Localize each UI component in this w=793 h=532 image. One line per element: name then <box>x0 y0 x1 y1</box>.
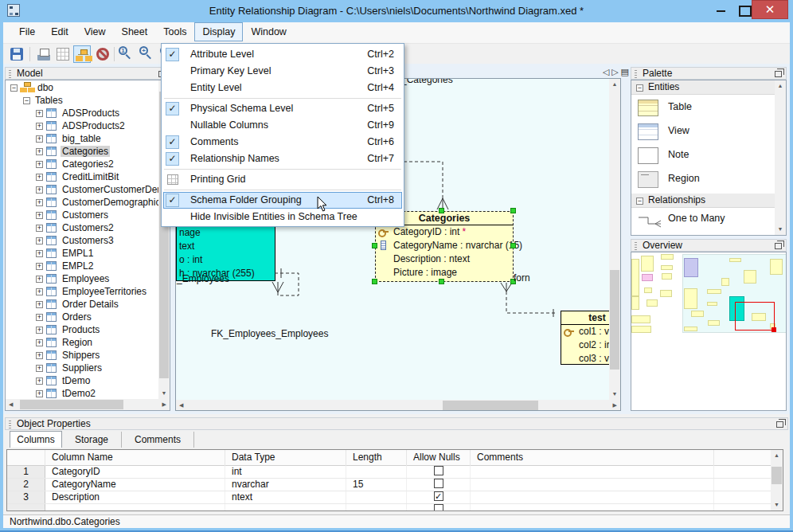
menu-item-physical-schema-level[interactable]: ✓Physical Schema LevelCtrl+5 <box>163 100 402 117</box>
minimize-button[interactable] <box>713 2 729 18</box>
canvas-vertical-scrollbar[interactable]: ▲ ▼ <box>609 79 620 400</box>
allow-nulls-checkbox[interactable] <box>434 504 443 511</box>
tree-item-region[interactable]: +Region <box>6 335 170 348</box>
palette-item-region[interactable]: Region <box>631 170 786 194</box>
menu-item-attribute-level[interactable]: ✓Attribute LevelCtrl+2 <box>163 46 402 63</box>
tree-item-tdemo2[interactable]: +tDemo2 <box>6 386 170 399</box>
scroll-right-icon[interactable]: ▶ <box>613 400 617 411</box>
tab-storage[interactable]: Storage <box>62 432 122 448</box>
expander-plus-icon[interactable]: + <box>36 276 43 283</box>
selection-handle[interactable] <box>439 279 444 284</box>
prev-sheet-icon[interactable]: ◁ <box>603 67 609 76</box>
menu-view[interactable]: View <box>76 22 114 41</box>
tree-item-customers2[interactable]: +Customers2 <box>6 221 170 233</box>
row-number[interactable]: 3 <box>7 491 45 503</box>
scroll-up-icon[interactable]: ▲ <box>771 451 783 460</box>
menu-sheet[interactable]: Sheet <box>114 22 156 41</box>
expander-plus-icon[interactable]: + <box>36 365 43 372</box>
scroll-left-icon[interactable]: ◀ <box>179 400 183 411</box>
expander-plus-icon[interactable]: + <box>36 135 43 143</box>
scrollbar-thumb[interactable] <box>20 400 123 409</box>
canvas-horizontal-scrollbar[interactable]: ◀ ▶ <box>176 400 620 411</box>
expander-plus-icon[interactable]: + <box>36 123 43 130</box>
tree-item-dbo[interactable]: −dbo <box>6 80 170 93</box>
tree-item-tables[interactable]: −Tables <box>6 93 170 106</box>
menu-window[interactable]: Window <box>243 22 294 41</box>
row-number[interactable]: 2 <box>7 479 45 491</box>
tab-columns[interactable]: Columns <box>10 431 62 448</box>
menu-display[interactable]: Display <box>194 22 243 41</box>
zoom-actual-button[interactable]: 1 <box>118 45 135 63</box>
scroll-left-icon[interactable]: ◀ <box>9 399 13 410</box>
cell-data-type[interactable]: int <box>225 466 346 478</box>
cell-comments[interactable] <box>471 479 714 491</box>
tree-item-employeeterritories[interactable]: +EmployeeTerritories <box>6 284 170 297</box>
block-button[interactable] <box>94 45 111 63</box>
collapse-icon[interactable]: − <box>636 84 643 92</box>
row-number[interactable] <box>7 504 45 511</box>
cell-allow-nulls[interactable] <box>407 466 471 478</box>
cell-column-name[interactable]: CategoryName <box>45 479 225 491</box>
tree-item-customers3[interactable]: +Customers3 <box>6 233 170 246</box>
expander-plus-icon[interactable]: + <box>36 199 43 206</box>
cell-comments[interactable] <box>471 491 714 503</box>
maximize-button[interactable] <box>736 2 752 18</box>
grid-button[interactable] <box>54 45 72 63</box>
selection-handle[interactable] <box>439 208 444 213</box>
tree-item-order-details[interactable]: +Order Details <box>6 297 170 310</box>
schema-level-button[interactable] <box>73 45 91 63</box>
menu-item-primary-key-level[interactable]: Primary Key LevelCtrl+3 <box>163 63 402 80</box>
expander-plus-icon[interactable]: + <box>36 250 43 257</box>
tab-comments[interactable]: Comments <box>122 432 194 448</box>
expander-plus-icon[interactable]: + <box>36 301 43 308</box>
palette-section-entities[interactable]: −Entities <box>631 80 786 95</box>
tree-item-adsproducts[interactable]: +ADSProducts <box>6 106 170 119</box>
expander-plus-icon[interactable]: + <box>36 148 43 155</box>
expander-plus-icon[interactable]: + <box>36 212 43 219</box>
scroll-down-icon[interactable]: ▼ <box>771 500 783 510</box>
expander-plus-icon[interactable]: + <box>36 237 43 244</box>
tree-item-tdemo[interactable]: +tDemo <box>6 374 170 386</box>
zoom-in-button[interactable]: + <box>139 45 156 63</box>
scroll-up-icon[interactable]: ▲ <box>609 80 620 89</box>
collapse-icon[interactable]: − <box>636 198 643 205</box>
menu-edit[interactable]: Edit <box>43 22 76 41</box>
allow-nulls-checkbox[interactable] <box>434 466 443 475</box>
scrollbar-thumb[interactable] <box>610 270 619 370</box>
tree-item-categories2[interactable]: +Categories2 <box>6 157 170 170</box>
cell-column-name[interactable]: Description <box>45 491 225 503</box>
cell-allow-nulls[interactable] <box>407 479 471 491</box>
expander-plus-icon[interactable]: + <box>36 390 43 397</box>
expander-plus-icon[interactable]: + <box>36 314 43 321</box>
allow-nulls-checkbox[interactable] <box>434 479 443 488</box>
menu-item-entity-level[interactable]: Entity LevelCtrl+4 <box>163 80 402 96</box>
tree-item-empl1[interactable]: +EMPL1 <box>6 246 170 259</box>
cell-column-name[interactable]: CategoryID <box>45 466 225 478</box>
scroll-down-icon[interactable]: ▼ <box>158 389 170 398</box>
palette-item-view[interactable]: View <box>631 122 786 146</box>
expander-plus-icon[interactable]: + <box>36 186 43 194</box>
tree-item-employees[interactable]: +Employees <box>6 272 170 284</box>
tree-item-customerdemographics[interactable]: +CustomerDemographics <box>6 195 170 208</box>
expander-plus-icon[interactable]: + <box>36 327 43 334</box>
cell-allow-nulls[interactable] <box>407 504 471 511</box>
tree-item-empl2[interactable]: +EMPL2 <box>6 259 170 272</box>
expander-minus-icon[interactable]: − <box>23 97 30 104</box>
palette-item-one-to-many[interactable]: One to Many <box>631 211 786 235</box>
menu-item-comments[interactable]: ✓CommentsCtrl+6 <box>163 134 402 151</box>
overview-viewport[interactable] <box>735 302 775 331</box>
selection-handle[interactable] <box>510 208 516 213</box>
menu-tools[interactable]: Tools <box>155 22 194 41</box>
tree-item-big-table[interactable]: +big_table <box>6 131 170 144</box>
cell-data-type[interactable]: nvarchar <box>225 479 346 491</box>
tree-item-adsproducts2[interactable]: +ADSProducts2 <box>6 119 170 131</box>
expander-plus-icon[interactable]: + <box>36 174 43 181</box>
overview-minimap[interactable] <box>631 252 787 411</box>
palette-item-note[interactable]: Note <box>631 146 786 170</box>
tree-item-customercustomerdemo[interactable]: +CustomerCustomerDemo <box>6 182 170 195</box>
menu-file[interactable]: File <box>11 22 43 41</box>
selection-handle[interactable] <box>372 243 377 248</box>
cell-length[interactable] <box>346 504 407 511</box>
expander-plus-icon[interactable]: + <box>36 339 43 346</box>
menu-item-schema-folder-grouping[interactable]: ✓Schema Folder GroupingCtrl+8 <box>163 192 402 209</box>
